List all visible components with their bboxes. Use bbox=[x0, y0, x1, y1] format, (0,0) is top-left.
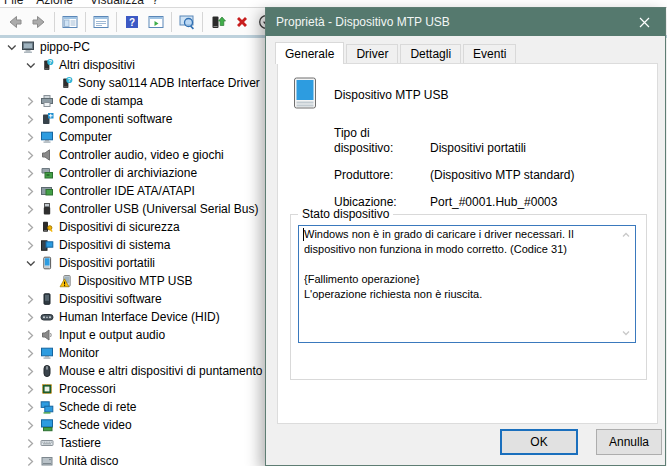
field-label: Produttore: bbox=[334, 168, 430, 183]
field-value: Dispositivi portatili bbox=[430, 141, 526, 155]
collapsed-chevron-icon[interactable] bbox=[22, 94, 38, 108]
collapsed-chevron-icon[interactable] bbox=[22, 436, 38, 450]
collapsed-chevron-icon[interactable] bbox=[22, 148, 38, 162]
collapsed-chevron-icon[interactable] bbox=[22, 418, 38, 432]
device-status-text: Windows non è in grado di caricare i dri… bbox=[304, 227, 616, 341]
collapsed-chevron-icon[interactable] bbox=[22, 292, 38, 306]
hid-icon bbox=[38, 310, 55, 324]
console-tree-icon bbox=[61, 13, 79, 31]
device-status-groupbox: Stato dispositivo Windows non è in grado… bbox=[290, 214, 647, 380]
help-icon-button[interactable]: ? bbox=[120, 10, 144, 34]
forward-icon bbox=[30, 13, 48, 31]
toolbar-separator bbox=[116, 12, 117, 32]
properties-icon bbox=[92, 13, 110, 31]
scan-hardware-icon-button[interactable] bbox=[175, 10, 199, 34]
security-device-icon bbox=[38, 220, 55, 234]
toolbar-separator bbox=[171, 12, 172, 32]
menu-azione[interactable]: Azione bbox=[36, 0, 73, 7]
collapsed-chevron-icon[interactable] bbox=[22, 130, 38, 144]
chevron-placeholder bbox=[41, 76, 57, 90]
software-component-icon bbox=[38, 112, 55, 126]
system-device-icon bbox=[38, 238, 55, 252]
scroll-down-icon[interactable] bbox=[620, 327, 632, 339]
collapsed-chevron-icon[interactable] bbox=[22, 328, 38, 342]
tree-item-label: Processori bbox=[55, 382, 116, 396]
field-value: (Dispositivo MTP standard) bbox=[430, 168, 575, 182]
storage-controller-icon bbox=[38, 166, 55, 180]
tab-driver[interactable]: Driver bbox=[346, 44, 398, 63]
menu-visualizza[interactable]: Visualizza bbox=[90, 0, 144, 7]
tree-item-label: Controller IDE ATA/ATAPI bbox=[55, 184, 195, 198]
collapsed-chevron-icon[interactable] bbox=[22, 202, 38, 216]
collapsed-chevron-icon[interactable] bbox=[22, 112, 38, 126]
tree-item-label: Monitor bbox=[55, 346, 99, 360]
properties-icon-button[interactable] bbox=[89, 10, 113, 34]
usb-icon bbox=[38, 202, 55, 216]
back-icon-button[interactable] bbox=[3, 10, 27, 34]
general-tab-panel: Dispositivo MTP USB Tipo di dispositivo:… bbox=[277, 63, 658, 424]
uninstall-device-icon bbox=[233, 13, 251, 31]
collapsed-chevron-icon[interactable] bbox=[22, 184, 38, 198]
close-icon[interactable] bbox=[623, 8, 665, 36]
uninstall-device-icon-button[interactable] bbox=[230, 10, 254, 34]
help-icon: ? bbox=[123, 13, 141, 31]
chevron-placeholder bbox=[41, 274, 57, 288]
groupbox-legend: Stato dispositivo bbox=[298, 207, 393, 221]
tree-item-label: pippo-PC bbox=[36, 40, 90, 54]
collapsed-chevron-icon[interactable] bbox=[22, 238, 38, 252]
tree-item-label: Dispositivi di sicurezza bbox=[55, 220, 180, 234]
tree-item-label: Human Interface Device (HID) bbox=[55, 310, 220, 324]
collapsed-chevron-icon[interactable] bbox=[22, 166, 38, 180]
tree-item-label: Altri dispositivi bbox=[55, 58, 135, 72]
field-value: Port_#0001.Hub_#0003 bbox=[430, 195, 557, 209]
tab-dettagli[interactable]: Dettagli bbox=[400, 44, 461, 63]
tree-item-label: Dispositivi portatili bbox=[55, 256, 155, 270]
expanded-chevron-icon[interactable] bbox=[3, 40, 19, 54]
tree-item-label: Unità disco bbox=[55, 454, 118, 466]
video-adapter-icon bbox=[38, 418, 55, 432]
collapsed-chevron-icon[interactable] bbox=[22, 454, 38, 466]
scroll-up-icon[interactable] bbox=[620, 229, 632, 241]
collapsed-chevron-icon[interactable] bbox=[22, 220, 38, 234]
ok-button[interactable]: OK bbox=[500, 429, 578, 455]
cancel-button[interactable]: Annulla bbox=[596, 429, 662, 455]
menu-file[interactable]: File bbox=[4, 0, 23, 7]
toolbar-separator bbox=[54, 12, 55, 32]
collapsed-chevron-icon[interactable] bbox=[22, 364, 38, 378]
mtp-warning-icon bbox=[57, 274, 74, 288]
expanded-chevron-icon[interactable] bbox=[22, 58, 38, 72]
tree-item-label: Sony sa0114 ADB Interface Driver bbox=[74, 76, 260, 90]
toolbar-separator bbox=[202, 12, 203, 32]
console-tree-icon-button[interactable] bbox=[58, 10, 82, 34]
collapsed-chevron-icon[interactable] bbox=[22, 382, 38, 396]
tab-generale[interactable]: Generale bbox=[275, 42, 344, 64]
tab-bar: GeneraleDriverDettagliEventi bbox=[275, 41, 518, 63]
toolbar-separator bbox=[85, 12, 86, 32]
collapsed-chevron-icon[interactable] bbox=[22, 400, 38, 414]
device-status-textbox[interactable]: Windows non è in grado di caricare i dri… bbox=[298, 225, 636, 343]
tree-item-label: Componenti software bbox=[55, 112, 172, 126]
collapsed-chevron-icon[interactable] bbox=[22, 346, 38, 360]
tab-eventi[interactable]: Eventi bbox=[463, 44, 516, 63]
tree-item-label: Schede di rete bbox=[55, 400, 136, 414]
action-pane-icon-button[interactable] bbox=[144, 10, 168, 34]
unknown-device-icon: ? bbox=[57, 76, 74, 90]
portable-device-icon bbox=[38, 256, 55, 270]
tree-item-label: Input e output audio bbox=[55, 328, 165, 342]
tree-item-label: Dispositivi di sistema bbox=[55, 238, 170, 252]
expanded-chevron-icon[interactable] bbox=[22, 256, 38, 270]
forward-icon-button[interactable] bbox=[27, 10, 51, 34]
audio-io-icon bbox=[38, 328, 55, 342]
update-driver-icon-button[interactable] bbox=[206, 10, 230, 34]
dialog-titlebar[interactable]: Proprietà - Dispositivo MTP USB bbox=[266, 8, 665, 36]
scrollbar[interactable] bbox=[618, 227, 634, 341]
action-pane-icon bbox=[147, 13, 165, 31]
collapsed-chevron-icon[interactable] bbox=[22, 310, 38, 324]
tree-item-label: Schede video bbox=[55, 418, 132, 432]
menu-help[interactable]: ? bbox=[152, 0, 159, 7]
mouse-icon bbox=[38, 364, 55, 378]
ide-controller-icon bbox=[38, 184, 55, 198]
device-field-row: Produttore:(Dispositivo MTP standard) bbox=[334, 168, 575, 183]
keyboard-icon bbox=[38, 436, 55, 450]
tree-item-label: Dispositivi software bbox=[55, 292, 162, 306]
